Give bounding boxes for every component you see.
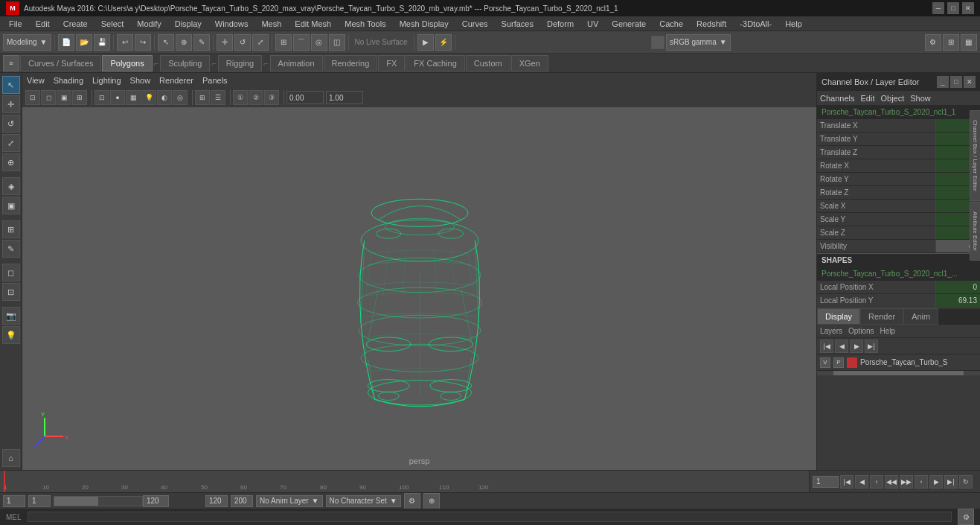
layer-scrollbar[interactable] — [817, 371, 980, 375]
playback-end-field[interactable]: 120 — [205, 495, 228, 507]
move-tool-button[interactable]: ✛ — [2, 95, 20, 113]
res1-button[interactable]: ① — [233, 90, 248, 105]
range-start-field[interactable]: 1 — [3, 495, 25, 507]
cb-close-button[interactable]: ✕ — [964, 76, 976, 88]
menu-curves[interactable]: Curves — [456, 16, 494, 31]
save-button[interactable]: 💾 — [94, 34, 110, 51]
menu-file[interactable]: File — [3, 16, 28, 31]
vp-menu-renderer[interactable]: Renderer — [159, 76, 193, 85]
tab-sculpting[interactable]: Sculpting — [160, 55, 210, 71]
menu-mesh-tools[interactable]: Mesh Tools — [339, 16, 391, 31]
menu-select[interactable]: Select — [95, 16, 130, 31]
layer-scroll-thumb[interactable] — [833, 371, 964, 375]
camera-mode-button[interactable]: ⊡ — [25, 90, 40, 105]
show-manipulator-button[interactable]: ▣ — [2, 197, 20, 214]
close-button[interactable]: ✕ — [962, 2, 974, 14]
play-prev-frame-button[interactable]: ‹ — [870, 475, 883, 489]
menu-cache[interactable]: Cache — [653, 16, 689, 31]
vp-menu-view[interactable]: View — [27, 76, 45, 85]
menu-uv[interactable]: UV — [581, 16, 604, 31]
snap-grid-button[interactable]: ⊞ — [275, 34, 292, 51]
layer-p-toggle[interactable]: P — [833, 357, 844, 368]
channel-local-pos-y-value[interactable]: 69.13 — [935, 294, 980, 307]
cb-detach-button[interactable]: □ — [950, 76, 962, 88]
tab-xgen[interactable]: XGen — [511, 55, 548, 71]
cb-menu-object[interactable]: Object — [880, 94, 904, 103]
play-next-frame-button[interactable]: › — [915, 475, 928, 489]
range-end-field[interactable]: 120 — [143, 495, 169, 507]
tab-curves-surfaces[interactable]: Curves / Surfaces — [20, 55, 101, 71]
grid-button[interactable]: ⊞ — [943, 34, 959, 51]
display-menu-help[interactable]: Help — [880, 327, 895, 335]
nav-last-button[interactable]: ▶| — [865, 340, 878, 353]
display-menu-options[interactable]: Options — [848, 327, 874, 335]
shadows-button[interactable]: ◐ — [157, 90, 172, 105]
timeline-ruler[interactable]: 1 10 20 30 40 50 60 70 80 90 100 110 120… — [0, 471, 980, 492]
tabs-menu-button[interactable]: ≡ — [3, 55, 19, 71]
range-start-2-field[interactable]: 1 — [28, 495, 51, 507]
texture-button[interactable]: ▦ — [126, 90, 141, 105]
mel-input[interactable] — [28, 512, 952, 522]
redo-button[interactable]: ↪ — [135, 34, 151, 51]
layer-color-swatch[interactable] — [847, 357, 857, 368]
snap-curve-button[interactable]: ⌒ — [293, 34, 310, 51]
menu-display[interactable]: Display — [169, 16, 208, 31]
vp-menu-show[interactable]: Show — [130, 76, 151, 85]
play-back-button[interactable]: ◀◀ — [885, 475, 898, 489]
display-menu-layers[interactable]: Layers — [820, 327, 842, 335]
cb-menu-channels[interactable]: Channels — [820, 94, 854, 103]
snap-view-button[interactable]: ◫ — [329, 34, 345, 51]
undo-button[interactable]: ↩ — [117, 34, 133, 51]
menu-help[interactable]: Help — [779, 16, 808, 31]
tab-rendering[interactable]: Rendering — [324, 55, 378, 71]
scale-button[interactable]: ⤢ — [252, 34, 269, 51]
play-start-button[interactable]: |◀ — [840, 475, 854, 489]
play-prev-button[interactable]: ◀ — [855, 475, 868, 489]
menu-edit[interactable]: Edit — [30, 16, 56, 31]
menu-create[interactable]: Create — [57, 16, 94, 31]
tab-rigging[interactable]: Rigging — [218, 55, 262, 71]
soft-select-button[interactable]: ◈ — [2, 177, 20, 195]
open-button[interactable]: 📂 — [76, 34, 92, 51]
select-tool-button[interactable]: ↖ — [2, 76, 20, 94]
tab-fx[interactable]: FX — [378, 55, 405, 71]
ao-button[interactable]: ◎ — [173, 90, 188, 105]
display-tab-render[interactable]: Render — [860, 308, 903, 325]
hud-button[interactable]: ☰ — [211, 90, 225, 105]
nav-prev-button[interactable]: ◀ — [835, 340, 848, 353]
cb-menu-edit[interactable]: Edit — [860, 94, 874, 103]
render-button[interactable]: ▶ — [417, 34, 434, 51]
smooth-shading-button[interactable]: ● — [110, 90, 125, 105]
vp-menu-panels[interactable]: Panels — [202, 76, 228, 85]
settings-button[interactable]: ⚙ — [925, 34, 941, 51]
lasso-button[interactable]: ⊕ — [176, 34, 192, 51]
tab-fx-caching[interactable]: FX Caching — [406, 55, 464, 71]
camera-fit-button[interactable]: ⊞ — [72, 90, 87, 105]
menu-mesh[interactable]: Mesh — [255, 16, 287, 31]
universal-tool-button[interactable]: ⊕ — [2, 153, 20, 171]
paint-select-button[interactable]: ✎ — [193, 34, 210, 51]
anim-layer-dropdown[interactable]: No Anim Layer ▼ — [256, 495, 323, 507]
panel-button[interactable]: ▦ — [961, 34, 977, 51]
color-swatch[interactable] — [651, 36, 664, 49]
menu-surfaces[interactable]: Surfaces — [496, 16, 539, 31]
layer-visibility-toggle[interactable]: V — [820, 357, 830, 368]
vtab-attribute-editor[interactable]: Attribute Editor — [970, 202, 980, 261]
viewport-3d-container[interactable]: X Y Z persp — [22, 107, 816, 470]
play-forward-button[interactable]: ▶▶ — [900, 475, 913, 489]
snap-point-button[interactable]: ◎ — [311, 34, 327, 51]
nav-first-button[interactable]: |◀ — [820, 340, 833, 353]
xray-button[interactable]: ⊡ — [2, 283, 20, 301]
menu-mesh-display[interactable]: Mesh Display — [394, 16, 455, 31]
home-button[interactable]: ⌂ — [2, 449, 20, 467]
channel-local-pos-x-value[interactable]: 0 — [935, 281, 980, 293]
cb-menu-show[interactable]: Show — [910, 94, 931, 103]
res3-button[interactable]: ③ — [264, 90, 279, 105]
display-tab-anim[interactable]: Anim — [903, 308, 938, 325]
grid-display-button[interactable]: ⊞ — [195, 90, 210, 105]
loop-button[interactable]: ↻ — [959, 475, 973, 489]
rotate-button[interactable]: ↺ — [234, 34, 251, 51]
char-settings-button[interactable]: ⚙ — [404, 493, 420, 509]
wireframe-button[interactable]: ⊡ — [95, 90, 109, 105]
minimize-button[interactable]: ─ — [932, 2, 944, 14]
